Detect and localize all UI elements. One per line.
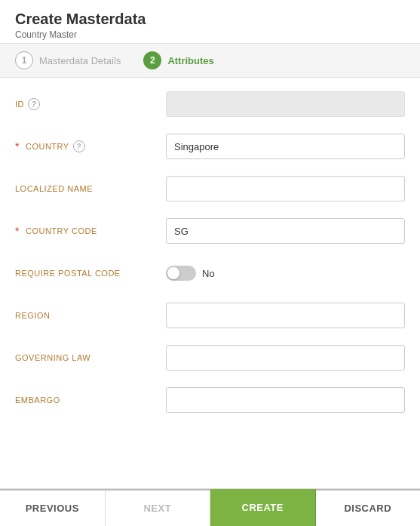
region-row: REGION <box>15 301 405 330</box>
toggle-wrapper: No <box>166 266 405 281</box>
tab-attributes[interactable]: 2 Attributes <box>143 51 213 69</box>
id-field-control <box>166 91 405 117</box>
governing-law-row: GOVERNING LAW <box>15 343 405 372</box>
require-postal-code-control: No <box>166 266 405 281</box>
region-label: REGION <box>15 311 166 320</box>
tab-2-circle: 2 <box>143 51 161 69</box>
form-area: ID ? COUNTRY ? LOCALIZED NAME <box>0 78 420 488</box>
id-label: ID ? <box>15 98 166 110</box>
localized-name-row: LOCALIZED NAME <box>15 174 405 203</box>
country-code-label: COUNTRY CODE <box>15 225 166 237</box>
id-row: ID ? <box>15 90 405 118</box>
toggle-knob <box>167 267 179 279</box>
country-field-control <box>166 134 405 159</box>
page-title: Create Masterdata <box>15 11 405 28</box>
governing-law-field-control <box>166 345 405 371</box>
governing-law-label: GOVERNING LAW <box>15 353 166 362</box>
page-subtitle: Country Master <box>15 29 405 40</box>
country-code-input[interactable] <box>166 218 405 244</box>
embargo-field-control <box>166 387 405 413</box>
localized-name-input[interactable] <box>166 176 405 201</box>
localized-name-field-control <box>166 176 405 201</box>
previous-button[interactable]: PREVIOUS <box>0 489 106 526</box>
id-help-icon[interactable]: ? <box>28 98 40 110</box>
next-button[interactable]: NEXT <box>106 489 211 526</box>
country-help-icon[interactable]: ? <box>73 140 85 152</box>
embargo-row: EMBARGO <box>15 386 405 414</box>
tab-2-label: Attributes <box>167 55 213 66</box>
create-button[interactable]: CREATE <box>210 489 316 526</box>
postal-code-toggle[interactable] <box>166 266 196 281</box>
require-postal-code-row: REQUIRE POSTAL CODE No <box>15 259 405 288</box>
country-label: COUNTRY ? <box>15 140 166 152</box>
id-input[interactable] <box>166 91 405 117</box>
region-input[interactable] <box>166 303 405 328</box>
require-postal-code-label: REQUIRE POSTAL CODE <box>15 269 166 278</box>
country-code-row: COUNTRY CODE <box>15 217 405 245</box>
region-field-control <box>166 303 405 328</box>
tab-1-circle: 1 <box>15 51 33 69</box>
discard-button[interactable]: DISCARD <box>316 489 421 526</box>
country-code-field-control <box>166 218 405 244</box>
page-wrapper: Create Masterdata Country Master 1 Maste… <box>0 0 420 526</box>
country-input[interactable] <box>166 134 405 159</box>
governing-law-input[interactable] <box>166 345 405 371</box>
localized-name-label: LOCALIZED NAME <box>15 184 166 193</box>
tabs-bar: 1 Masterdata Details 2 Attributes <box>0 43 420 78</box>
footer: PREVIOUS NEXT CREATE DISCARD <box>0 488 420 526</box>
toggle-label: No <box>202 268 215 279</box>
tab-1-label: Masterdata Details <box>39 55 121 66</box>
country-row: COUNTRY ? <box>15 132 405 161</box>
tab-masterdata-details[interactable]: 1 Masterdata Details <box>15 51 121 69</box>
embargo-label: EMBARGO <box>15 395 166 404</box>
header: Create Masterdata Country Master <box>0 0 420 43</box>
embargo-input[interactable] <box>166 387 405 413</box>
